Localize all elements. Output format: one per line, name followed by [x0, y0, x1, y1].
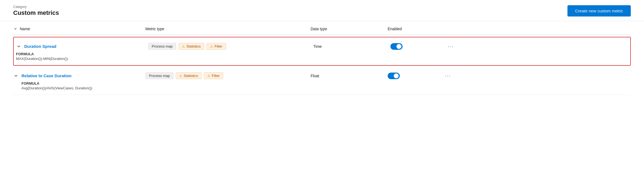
- toggle-row1[interactable]: [390, 43, 403, 50]
- formula-value-row1: MAX(Duration())-MIN(Duration()): [16, 57, 628, 61]
- badge-process-map-label-row2: Process map: [149, 74, 170, 78]
- badge-statistics-row2: ⚠ Statistics: [176, 72, 202, 79]
- badge-filter-row2: ⚠ Filter: [204, 72, 223, 79]
- badge-filter-label-row1: Filter: [214, 44, 222, 48]
- main-content: Name Metric type Data type Enabled: [0, 21, 644, 174]
- row-main-relative-to-case-duration: Relative to Case Duration Process map ⚠ …: [13, 68, 631, 81]
- table-header: Name Metric type Data type Enabled: [13, 21, 631, 35]
- badge-statistics-label-row2: Statistics: [184, 74, 198, 78]
- badge-statistics-row1: ⚠ Statistics: [178, 43, 204, 50]
- create-new-custom-metric-button[interactable]: Create new custom metric: [567, 5, 631, 16]
- formula-value-row2: Avg(Duration())/AVG(ViewCases, Duration(…: [21, 86, 631, 90]
- badge-process-map-row1: Process map: [148, 43, 176, 50]
- data-type-cell-row1: Time: [313, 44, 390, 49]
- badge-process-map-label-row1: Process map: [152, 44, 173, 48]
- badge-process-map-row2: Process map: [145, 72, 173, 79]
- warning-icon-statistics-row1: ⚠: [182, 45, 185, 48]
- formula-label-row2: FORMULA: [21, 81, 631, 85]
- data-type-cell-row2: Float: [311, 74, 388, 78]
- chevron-down-icon-row1[interactable]: [16, 44, 21, 49]
- more-icon-row2[interactable]: ···: [443, 71, 453, 80]
- warning-icon-filter-row2: ⚠: [207, 74, 210, 78]
- column-header-enabled: Enabled: [388, 27, 443, 31]
- metric-type-cell-row1: Process map ⚠ Statistics ⚠ Filter: [148, 43, 313, 50]
- column-header-name: Name: [13, 27, 145, 31]
- data-type-value-row2: Float: [311, 74, 319, 78]
- row-duration-spread: Duration Spread Process map ⚠ Statistics…: [13, 37, 631, 66]
- toggle-row2[interactable]: [388, 73, 400, 79]
- name-cell-relative-to-case-duration: Relative to Case Duration: [13, 73, 145, 79]
- metric-name-duration-spread[interactable]: Duration Spread: [24, 44, 56, 49]
- badge-filter-label-row2: Filter: [212, 74, 220, 78]
- metric-type-cell-row2: Process map ⚠ Statistics ⚠ Filter: [145, 72, 311, 79]
- badge-filter-row1: ⚠ Filter: [206, 43, 226, 50]
- category-label: Category: [13, 5, 59, 9]
- column-name-label: Name: [20, 27, 30, 31]
- expand-all-icon[interactable]: [13, 27, 18, 31]
- page-title: Custom metrics: [13, 9, 59, 16]
- row-formula-row2: FORMULA Avg(Duration())/AVG(ViewCases, D…: [13, 81, 631, 95]
- column-header-data-type: Data type: [311, 27, 388, 31]
- data-type-value-row1: Time: [313, 44, 322, 49]
- chevron-down-icon-row2[interactable]: [13, 73, 19, 79]
- enabled-cell-row2: [388, 73, 443, 79]
- more-icon-row1[interactable]: ···: [445, 42, 456, 50]
- page-container: Category Custom metrics Create new custo…: [0, 0, 644, 174]
- badge-statistics-label-row1: Statistics: [186, 44, 201, 48]
- header-left: Category Custom metrics: [13, 5, 59, 16]
- name-cell-duration-spread: Duration Spread: [16, 44, 148, 49]
- warning-icon-filter-row1: ⚠: [210, 45, 213, 48]
- column-enabled-label: Enabled: [388, 27, 402, 31]
- column-data-type-label: Data type: [311, 27, 327, 31]
- row-main-duration-spread: Duration Spread Process map ⚠ Statistics…: [14, 37, 630, 52]
- more-actions-row2[interactable]: ···: [443, 73, 631, 79]
- more-actions-row1[interactable]: ···: [445, 43, 628, 49]
- row-formula-row1: FORMULA MAX(Duration())-MIN(Duration()): [14, 52, 630, 65]
- enabled-cell-row1: [390, 43, 445, 50]
- column-metric-type-label: Metric type: [145, 27, 164, 31]
- warning-icon-statistics-row2: ⚠: [179, 74, 182, 78]
- metric-name-relative-to-case-duration[interactable]: Relative to Case Duration: [21, 73, 72, 78]
- page-header: Category Custom metrics Create new custo…: [0, 0, 644, 21]
- column-header-metric-type: Metric type: [145, 27, 311, 31]
- formula-label-row1: FORMULA: [16, 52, 628, 56]
- row-relative-to-case-duration: Relative to Case Duration Process map ⚠ …: [13, 68, 631, 95]
